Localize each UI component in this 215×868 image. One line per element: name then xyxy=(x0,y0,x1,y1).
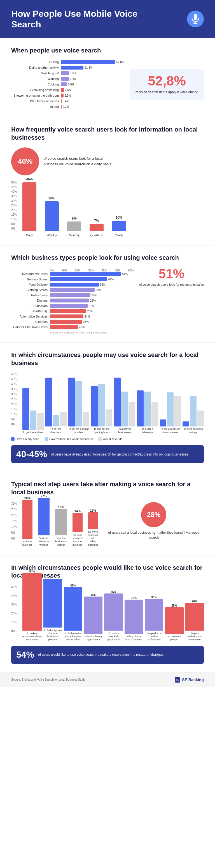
section5-bar-group: 12% Do more research into other business xyxy=(88,509,98,547)
bar-label: To make a restaurant/pub/bar reservation xyxy=(22,632,42,641)
bar-pct: 14% xyxy=(75,509,81,513)
legend-item: Have already done xyxy=(11,437,39,441)
section2-bar-group: 7% Quarterly xyxy=(89,219,104,237)
biz-label: Grocery Stores xyxy=(11,278,48,281)
bar-label: Quarterly xyxy=(90,234,103,237)
bar-value: 21.3% xyxy=(84,66,92,69)
section-next-step: Typical next step users take after makin… xyxy=(0,472,215,555)
biz-label: Cleaners xyxy=(11,320,48,323)
section4-bar-label: To order a takeaway xyxy=(137,428,158,434)
section4-bar-label: To hear business ratings xyxy=(183,428,204,434)
section3-bar-row: Restaurants/Cafes 51% xyxy=(11,272,134,276)
section-frequency: How frequently voice search users look f… xyxy=(0,117,215,245)
section1-content: Driving 52.8% Doing another activity 21.… xyxy=(11,60,204,108)
section1-barchart: Driving 52.8% Doing another activity 21.… xyxy=(11,60,124,108)
section3-bar-row: Cars for Hire/Taxis/Limos 20% xyxy=(11,325,134,329)
section4-bar-label: To get the opening number xyxy=(68,428,89,434)
section2-bars-area: 46% Daily 28% Weekly 9% Monthly 7% Quart… xyxy=(22,181,204,237)
bar-value: 7.5% xyxy=(70,72,76,75)
section6-bars: 54% To make a restaurant/pub/bar reserva… xyxy=(22,585,204,641)
section3-stat-number: 51% xyxy=(159,267,185,280)
bar-label: To find out prices of a local business's… xyxy=(44,629,62,641)
section6-bar-group: 35% To book a beauty appointment xyxy=(84,593,103,641)
bar-pct: 25% xyxy=(171,604,177,607)
bar-label: With family or friends xyxy=(11,99,59,103)
section6-bar-group: 46% To find out prices of a local busine… xyxy=(44,576,62,641)
bar-label: To book a beauty appointment xyxy=(84,635,103,641)
section2-chart: 0%5%10%15%20%25%30%35%40%45%50% 46% Dail… xyxy=(11,181,204,237)
biz-pct: 26% xyxy=(87,310,93,313)
section3-title: Which business types people look for usi… xyxy=(11,254,204,262)
section4-bar-label: To get the address xyxy=(23,431,44,434)
bar-label: Working xyxy=(11,77,59,81)
bar-pct: 9% xyxy=(72,216,76,220)
svg-text:SE: SE xyxy=(176,678,180,681)
bar-label: Showering or using the bathroom xyxy=(11,94,59,97)
section6-stat-desc: of users would like to use voice search … xyxy=(38,652,163,657)
section6-bar-group: 54% To make a restaurant/pub/bar reserva… xyxy=(22,570,42,641)
section5-title: Typical next step users take after makin… xyxy=(11,480,204,496)
section6-bar-group: 30% To speak to a medical professional xyxy=(145,596,163,641)
section5-content: 0%5%10%15%20%25%30% 28% Call the busines… xyxy=(11,502,204,547)
section2-yaxis: 0%5%10%15%20%25%30%35%40%45%50% xyxy=(11,181,21,237)
section1-stat: 52,8% of voice search users apply it whi… xyxy=(130,69,204,100)
bar-label: To book a medical appointment xyxy=(104,632,123,641)
section4-bar-label: To get the directions xyxy=(45,428,66,434)
section4-bar-group: To discover businesses xyxy=(114,378,135,434)
section3-stat-desc: of voice search users look for restauran… xyxy=(139,282,204,287)
bar-pct: 12% xyxy=(90,509,96,512)
biz-pct: 41% xyxy=(108,278,114,281)
section1-title: When people use voice search xyxy=(11,46,204,55)
biz-pct: 20% xyxy=(79,326,84,329)
biz-label: Restaurants/Cafes xyxy=(11,272,48,276)
biz-label: Pubs/Bars xyxy=(11,304,48,308)
biz-pct: 29% xyxy=(91,294,97,297)
bar-pct: 46% xyxy=(26,177,33,181)
section6-stat-number: 54% xyxy=(16,650,34,660)
biz-label: Food Delivery xyxy=(11,283,48,286)
section2-bar-group: 46% Daily xyxy=(22,177,36,237)
section4-bar-group: To hear business ratings xyxy=(183,396,204,434)
page-title: How People Use Mobile Voice Search xyxy=(11,8,165,30)
bar-label: Visit the business's website xyxy=(38,537,50,547)
section5-bar-group: 19% Visit the business's location xyxy=(55,505,67,547)
section3-bars: Restaurants/Cafes 51% Grocery Stores 41%… xyxy=(11,272,134,329)
footer-brand: SE Ranking xyxy=(182,678,204,682)
section4-bar-group: To get the directions xyxy=(45,378,66,434)
section6-bar-group: 32% To buy directly from a business xyxy=(125,596,143,641)
bar-label: Yearly xyxy=(115,234,123,237)
bar-label: To find out what a local business sells … xyxy=(64,632,82,641)
biz-pct: 27% xyxy=(89,304,95,308)
bar-label: Do more research into other business xyxy=(88,530,98,547)
section1-bar-row: Driving 52.8% xyxy=(11,60,124,64)
biz-pct: 28% xyxy=(90,299,96,302)
bar-pct: 41% xyxy=(70,584,76,587)
bar-pct: 27% xyxy=(41,494,47,498)
bar-value: 0.4% xyxy=(63,100,69,103)
seranking-logo: SE SE Ranking xyxy=(175,677,204,683)
section5-bar-group: 14% Do more research into the business xyxy=(73,509,83,547)
section5-yaxis: 0%5%10%15%20%25%30% xyxy=(11,502,21,547)
section2-stat-bubble: 46% xyxy=(11,148,39,176)
biz-pct: 51% xyxy=(122,273,128,276)
section4-bar-group: To order a takeaway xyxy=(137,391,158,434)
bar-value: 0.2% xyxy=(63,105,69,108)
bar-pct: 32% xyxy=(131,596,137,599)
bar-value: 52.8% xyxy=(116,61,124,64)
section1-bar-row: Cooking 5.5% xyxy=(11,83,124,86)
section3-xaxis: 0%10%20%30%40%50%60% xyxy=(50,269,134,272)
section4-bar-group: To get the address xyxy=(22,388,44,434)
section1-bar-row: Watching TV 7.5% xyxy=(11,71,124,75)
bar-pct: 30% xyxy=(151,596,157,599)
section4-bar-group: To find out the opening hours xyxy=(91,384,112,434)
section4-yaxis: 0%5%10%15%20%25%30%35%40%45%50% xyxy=(11,373,21,434)
bar-pct: 26% xyxy=(192,600,197,603)
bar-pct: 28% xyxy=(48,196,55,200)
section6-bar-group: 25% To reserve a product xyxy=(165,604,183,641)
bar-pct: 10% xyxy=(116,216,122,219)
bar-label: To buy directly from a business xyxy=(125,635,143,641)
section1-bar-row: Showering or using the bathroom 2.3% xyxy=(11,94,124,97)
section5-stat: 28% of users call a local business right… xyxy=(104,502,204,540)
section3-stat: 51% of voice search users look for resta… xyxy=(139,267,204,287)
section4-bar-group: To get the opening number xyxy=(68,378,89,434)
